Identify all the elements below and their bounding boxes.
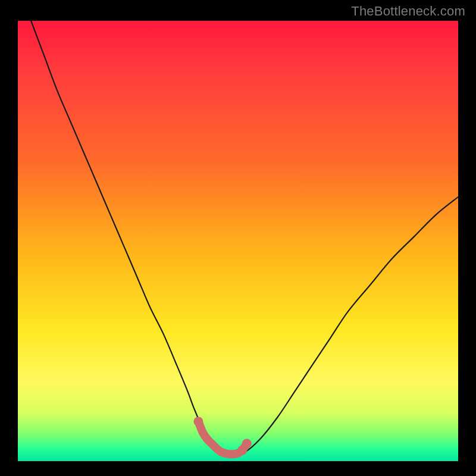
- highlight-dot: [193, 416, 203, 426]
- curve-svg: [18, 21, 458, 461]
- plot-area: [18, 21, 458, 461]
- bottleneck-curve: [31, 21, 458, 455]
- watermark-text: TheBottleneck.com: [351, 4, 465, 19]
- chart-frame: TheBottleneck.com: [0, 0, 476, 476]
- highlight-dot: [242, 439, 252, 448]
